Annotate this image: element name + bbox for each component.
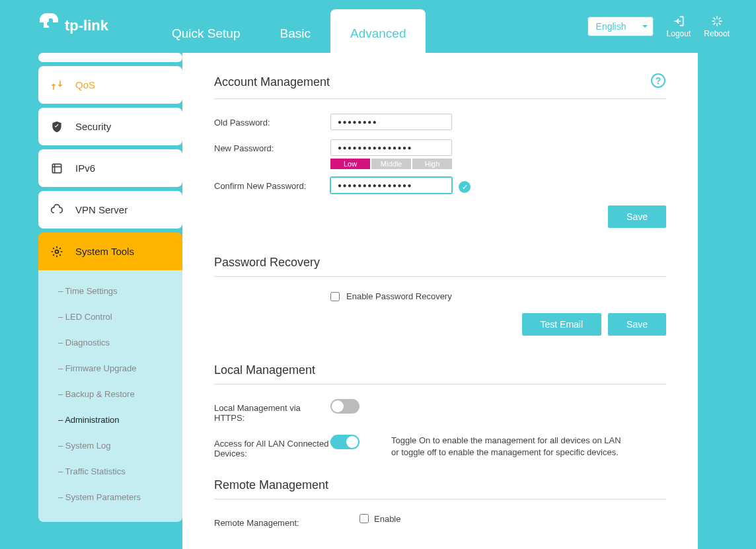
sidebar-label-qos: QoS bbox=[75, 79, 95, 91]
svg-line-9 bbox=[718, 18, 720, 20]
sidebar-label-ipv6: IPv6 bbox=[75, 163, 95, 174]
https-toggle[interactable] bbox=[330, 399, 359, 414]
section-title-remote: Remote Management bbox=[214, 478, 328, 492]
svg-line-8 bbox=[713, 23, 715, 25]
access-help-text: Toggle On to enable the management for a… bbox=[391, 435, 629, 458]
tab-advanced[interactable]: Advanced bbox=[330, 9, 426, 53]
section-title-recovery: Password Recovery bbox=[214, 256, 320, 270]
qos-icon bbox=[50, 79, 63, 92]
svg-point-13 bbox=[56, 250, 59, 253]
logout-button[interactable]: Logout bbox=[667, 15, 691, 38]
sidebar-item-systools[interactable]: System Tools bbox=[38, 233, 182, 270]
sub-diagnostics[interactable]: Diagnostics bbox=[38, 330, 182, 355]
remote-enable-checkbox[interactable] bbox=[359, 514, 369, 523]
https-label: Local Management via HTTPS: bbox=[214, 399, 330, 423]
systools-submenu: Time Settings LED Control Diagnostics Fi… bbox=[38, 270, 182, 522]
save-account-button[interactable]: Save bbox=[608, 205, 666, 228]
sidebar-label-security: Security bbox=[75, 121, 111, 132]
svg-line-7 bbox=[718, 23, 720, 25]
svg-line-6 bbox=[713, 18, 715, 20]
sidebar-item-vpn[interactable]: VPN Server bbox=[38, 191, 182, 229]
strength-middle: Middle bbox=[371, 159, 411, 169]
reboot-label: Reboot bbox=[704, 29, 730, 38]
sidebar-item-ipv6[interactable]: IPv6 bbox=[38, 149, 182, 187]
language-select[interactable]: English bbox=[587, 17, 654, 36]
logout-icon bbox=[672, 15, 685, 28]
new-password-input[interactable]: ●●●●●●●●●●●●●●● bbox=[330, 139, 452, 156]
sub-led-control[interactable]: LED Control bbox=[38, 304, 182, 330]
sidebar-item-security[interactable]: Security bbox=[38, 108, 182, 145]
section-title-account: Account Management bbox=[214, 75, 330, 89]
svg-text:?: ? bbox=[656, 75, 662, 86]
sidebar-item-blank[interactable] bbox=[38, 53, 182, 62]
strength-high: High bbox=[412, 159, 452, 169]
gear-icon bbox=[50, 245, 63, 258]
remote-enable-label: Enable bbox=[374, 514, 400, 524]
new-password-label: New Password: bbox=[214, 139, 330, 153]
strength-low: Low bbox=[330, 159, 370, 169]
svg-rect-10 bbox=[52, 164, 61, 172]
reboot-button[interactable]: Reboot bbox=[704, 15, 730, 38]
save-recovery-button[interactable]: Save bbox=[608, 313, 666, 336]
sub-system-parameters[interactable]: System Parameters bbox=[38, 484, 182, 510]
sub-administration[interactable]: Administration bbox=[38, 407, 182, 433]
brand-logo: tp-link bbox=[40, 11, 126, 42]
enable-recovery-label: Enable Password Recovery bbox=[346, 291, 452, 301]
sub-system-log[interactable]: System Log bbox=[38, 433, 182, 458]
access-all-label: Access for All LAN Connected Devices: bbox=[214, 435, 330, 458]
confirm-password-label: Confirm New Password: bbox=[214, 177, 330, 191]
logout-label: Logout bbox=[667, 29, 691, 38]
sidebar-label-vpn: VPN Server bbox=[75, 204, 128, 215]
shield-icon bbox=[50, 120, 63, 133]
test-email-button[interactable]: Test Email bbox=[522, 313, 602, 336]
section-title-local: Local Management bbox=[214, 363, 315, 377]
sidebar-label-systools: System Tools bbox=[75, 246, 134, 257]
reboot-icon bbox=[710, 15, 724, 28]
password-strength: Low Middle High bbox=[330, 159, 666, 169]
tab-basic[interactable]: Basic bbox=[260, 9, 330, 53]
sub-traffic-statistics[interactable]: Traffic Statistics bbox=[38, 458, 182, 484]
help-icon[interactable]: ? bbox=[650, 73, 666, 92]
svg-point-0 bbox=[47, 22, 51, 26]
vpn-icon bbox=[50, 203, 63, 217]
sub-backup-restore[interactable]: Backup & Restore bbox=[38, 381, 182, 407]
check-icon: ✓ bbox=[459, 181, 471, 193]
enable-recovery-checkbox[interactable] bbox=[330, 292, 340, 301]
svg-text:tp-link: tp-link bbox=[65, 17, 109, 34]
tab-quick-setup[interactable]: Quick Setup bbox=[152, 9, 260, 53]
ipv6-icon bbox=[50, 162, 63, 175]
sidebar-item-qos[interactable]: QoS bbox=[38, 66, 182, 104]
old-password-input[interactable]: ●●●●●●●● bbox=[330, 114, 452, 130]
access-all-toggle[interactable] bbox=[330, 435, 359, 449]
confirm-password-input[interactable]: ●●●●●●●●●●●●●●● bbox=[330, 177, 452, 194]
old-password-label: Old Password: bbox=[214, 114, 330, 128]
sub-time-settings[interactable]: Time Settings bbox=[38, 278, 182, 304]
remote-mgmt-label: Remote Management: bbox=[214, 514, 359, 528]
sub-firmware-upgrade[interactable]: Firmware Upgrade bbox=[38, 355, 182, 381]
